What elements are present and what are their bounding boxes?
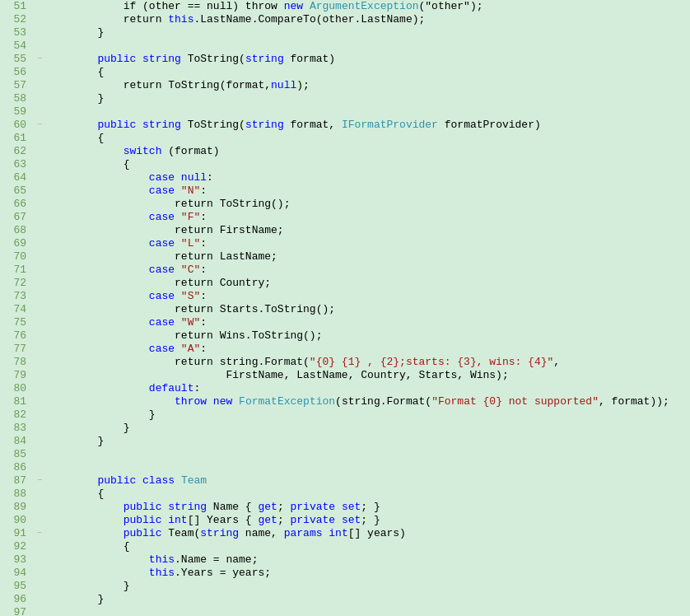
- token-plain: .Years = years;: [175, 567, 271, 579]
- token-kw: switch: [124, 145, 162, 157]
- token-plain: }: [124, 422, 130, 434]
- code-line: 52 return this.LastName.CompareTo(other.…: [0, 13, 690, 26]
- token-plain: [136, 53, 142, 65]
- token-exception: FormatException: [239, 395, 335, 408]
- code-content: case "C":: [46, 264, 690, 277]
- code-line: 91− public Team(string name, params int[…: [0, 527, 690, 540]
- line-number: 92: [0, 540, 33, 553]
- token-plain: );: [296, 79, 310, 91]
- code-line: 70 return LastName;: [0, 250, 690, 264]
- token-plain: [335, 501, 342, 513]
- token-kw: string: [245, 53, 284, 65]
- token-kw: case: [149, 264, 175, 276]
- code-content: {: [46, 132, 690, 145]
- code-line: 85: [0, 448, 690, 461]
- token-plain: }: [97, 435, 104, 447]
- line-number: 71: [0, 264, 33, 277]
- code-content: }: [46, 26, 690, 40]
- token-plain: (string.Format(: [335, 395, 431, 408]
- code-line: 53 }: [0, 26, 690, 40]
- code-line: 79 FirstName, LastName, Country, Starts,…: [0, 369, 690, 382]
- token-plain: ,: [553, 356, 560, 368]
- token-kw: set: [342, 501, 361, 513]
- code-line: 88 {: [0, 488, 690, 501]
- token-type: Team: [181, 474, 207, 487]
- line-number: 85: [0, 448, 33, 461]
- token-plain: , format));: [599, 395, 669, 408]
- code-content: this.Name = name;: [46, 553, 690, 567]
- code-line: 81 throw new FormatException(string.Form…: [0, 395, 690, 408]
- token-string: "C": [181, 264, 200, 276]
- code-content: case "S":: [46, 290, 690, 303]
- token-string: "N": [181, 184, 200, 197]
- code-line: 90 public int[] Years { get; private set…: [0, 514, 690, 527]
- token-plain: {: [124, 540, 130, 553]
- token-kw: case: [149, 237, 175, 250]
- token-kw: public: [97, 474, 136, 487]
- line-number: 54: [0, 40, 33, 53]
- token-plain: {: [97, 488, 104, 500]
- line-number: 86: [0, 461, 33, 474]
- token-kw: this: [149, 553, 175, 566]
- fold-icon[interactable]: −: [33, 53, 46, 66]
- token-kw: string: [142, 119, 181, 131]
- token-string: "F": [181, 211, 200, 223]
- line-number: 82: [0, 408, 33, 422]
- code-line: 87− public class Team: [0, 474, 690, 488]
- code-content: public string Name { get; private set; }: [46, 501, 690, 514]
- line-number: 84: [0, 435, 33, 448]
- code-content: FirstName, LastName, Country, Starts, Wi…: [46, 369, 690, 382]
- code-content: }: [46, 422, 690, 435]
- token-plain: .Name = name;: [175, 553, 258, 566]
- code-content: case "N":: [46, 184, 690, 198]
- code-content: return ToString();: [46, 198, 690, 211]
- token-plain: [175, 264, 181, 276]
- code-line: 60− public string ToString(string format…: [0, 119, 690, 132]
- code-content: public string ToString(string format): [46, 53, 690, 66]
- token-kw: public: [124, 514, 162, 526]
- fold-icon[interactable]: −: [33, 474, 46, 488]
- code-line: 54: [0, 40, 690, 53]
- line-number: 73: [0, 290, 33, 303]
- line-number: 78: [0, 356, 33, 369]
- token-kw: get: [258, 514, 277, 526]
- token-kw: private: [291, 514, 336, 526]
- code-content: public string ToString(string format, IF…: [46, 119, 690, 132]
- line-number: 96: [0, 593, 33, 606]
- line-number: 89: [0, 501, 33, 514]
- line-number: 91: [0, 527, 33, 540]
- token-plain: return ToString(format,: [124, 79, 271, 91]
- token-plain: return: [175, 356, 220, 368]
- code-line: 86: [0, 461, 690, 474]
- token-kw: case: [149, 343, 175, 355]
- fold-icon[interactable]: −: [33, 119, 46, 132]
- code-content: public int[] Years { get; private set; }: [46, 514, 690, 527]
- line-number: 53: [0, 26, 33, 40]
- line-number: 58: [0, 92, 33, 105]
- code-line: 65 case "N":: [0, 184, 690, 198]
- fold-icon[interactable]: −: [33, 527, 46, 540]
- code-line: 51 if (other == null) throw new Argument…: [0, 0, 690, 13]
- token-plain: :: [200, 343, 207, 355]
- token-plain: [335, 514, 342, 526]
- token-plain: return Wins.ToString();: [175, 329, 322, 342]
- token-plain: [136, 474, 142, 487]
- code-content: }: [46, 593, 690, 606]
- token-kw: this: [149, 567, 175, 579]
- code-content: return Country;: [46, 277, 690, 290]
- code-content: }: [46, 580, 690, 593]
- token-kw: public: [97, 53, 136, 65]
- code-line: 94 this.Years = years;: [0, 567, 690, 580]
- code-line: 71 case "C":: [0, 264, 690, 277]
- code-line: 66 return ToString();: [0, 198, 690, 211]
- token-plain: return Country;: [175, 277, 271, 289]
- token-kw: string: [142, 53, 181, 65]
- code-line: 82 }: [0, 408, 690, 422]
- token-kw: null: [181, 171, 207, 184]
- code-content: public class Team: [46, 474, 690, 488]
- code-line: 57 return ToString(format,null);: [0, 79, 690, 92]
- line-number: 63: [0, 158, 33, 171]
- token-plain: {: [124, 158, 130, 170]
- token-kw: set: [342, 514, 361, 526]
- token-plain: if (other == null) throw: [124, 0, 284, 12]
